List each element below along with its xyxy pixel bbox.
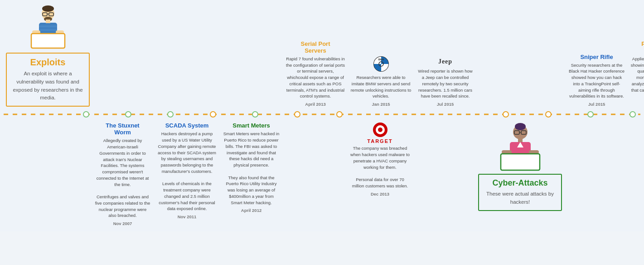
bmw-logo: BMW: [373, 56, 389, 73]
smartm-date: April 2012: [241, 208, 261, 213]
svg-rect-7: [39, 25, 57, 27]
svg-point-21: [515, 123, 526, 130]
sniper-body: Security researchers at the Black Hat Ha…: [568, 62, 625, 100]
target-body: The company was breached when hackers us…: [349, 145, 411, 189]
svg-rect-26: [518, 138, 523, 142]
target-date: Dec 2013: [371, 191, 389, 196]
power-quality-item: Power QualityAnalyzers Applied Risk rele…: [628, 39, 644, 108]
dot-sniper: [503, 111, 509, 118]
cyber-description: These were actual attacks by hackers!: [484, 190, 557, 206]
exploits-description: An exploit is where a vulnerability was …: [11, 70, 84, 102]
dot-scada: [125, 111, 131, 118]
dot-smartmeters: [167, 111, 174, 118]
sniper-item: Sniper Rifle Security researchers at the…: [566, 52, 627, 109]
cyber-frame: Cyber-Attacks These were actual attacks …: [478, 174, 562, 211]
bmw-item: BMW Researchers were able to imitate BMW…: [348, 54, 414, 108]
svg-text:BMW: BMW: [378, 58, 384, 61]
stuxnet-body: Allegedly created by American-Israeli Go…: [94, 137, 151, 219]
upper-row: Exploits An exploit is where a vulnerabi…: [0, 0, 644, 108]
stuxnet-title: The StuxnetWorm: [106, 122, 139, 136]
svg-point-1: [42, 5, 54, 12]
serial-title: Serial PortServers: [300, 40, 330, 54]
serial-body: Rapid 7 found vulnerabilities in the con…: [286, 56, 345, 99]
bmw-date: Jan 2015: [372, 102, 390, 107]
cyber-title: Cyber-Attacks: [484, 178, 557, 188]
target-logo-container: TARGET: [367, 122, 392, 144]
svg-rect-12: [31, 34, 65, 48]
jeep-text-logo: Jeep: [438, 58, 452, 65]
exploits-title: Exploits: [11, 57, 84, 68]
stuxnet-item: The StuxnetWorm Allegedly created by Ame…: [92, 120, 153, 228]
dot-target: [252, 111, 258, 118]
exploits-frame: Exploits An exploit is where a vulnerabi…: [6, 53, 90, 107]
sniper-title: Sniper Rifle: [580, 54, 613, 60]
lower-row: The StuxnetWorm Allegedly created by Ame…: [0, 120, 644, 231]
dot-jeep: [336, 111, 343, 118]
svg-rect-8: [39, 29, 57, 31]
smartm-body: Smart Meters were hacked in Puerto Rico …: [223, 131, 280, 206]
smart-meters-item: Smart Meters Smart Meters were hacked in…: [221, 120, 282, 215]
scada-item: SCADA System Hackers destroyed a pump us…: [154, 120, 220, 221]
bmw-body: Researchers were able to imitate BMW ser…: [350, 74, 412, 99]
dot-serial: [210, 111, 216, 118]
stuxnet-date: Nov 2007: [113, 221, 132, 226]
dot-power: [545, 111, 552, 118]
jeep-body: Wired reporter is shown how a Jeep can b…: [417, 68, 474, 99]
power-title: Power QualityAnalyzers: [641, 40, 644, 54]
page: Exploits An exploit is where a vulnerabi…: [0, 0, 644, 231]
jeep-logo-container: Jeep: [438, 58, 452, 67]
target-item: TARGET The company was breached when hac…: [347, 120, 413, 198]
cyber-box: Cyber-Attacks These were actual attacks …: [476, 120, 564, 213]
sniper-date: Jul 2015: [588, 102, 605, 107]
scada-title: SCADA System: [165, 122, 209, 129]
dot-german: [587, 111, 594, 118]
smartm-title: Smart Meters: [232, 122, 270, 129]
power-body: Applied Risk released a report showing v…: [630, 56, 644, 99]
jeep-item: Jeep Wired reporter is shown how a Jeep …: [415, 56, 476, 108]
dot-bmw: [294, 111, 300, 118]
scada-body: Hackers destroyed a pump used by a US Wa…: [156, 131, 218, 212]
svg-point-19: [378, 128, 383, 132]
serial-date: April 2013: [305, 102, 325, 107]
target-text: TARGET: [367, 138, 392, 144]
exploits-box: Exploits An exploit is where a vulnerabi…: [4, 4, 92, 108]
svg-rect-31: [501, 154, 540, 170]
svg-rect-13: [46, 20, 50, 23]
serial-port-item: Serial PortServers Rapid 7 found vulnera…: [284, 39, 347, 108]
jeep-date: Jul 2015: [437, 102, 454, 107]
scada-date: Nov 2011: [178, 214, 197, 219]
dot-stuxnet: [83, 111, 89, 118]
person-figure: [30, 5, 66, 51]
timeline-row: [0, 108, 644, 120]
dot-ukraine: [629, 111, 636, 118]
hacker-figure: [500, 122, 541, 172]
